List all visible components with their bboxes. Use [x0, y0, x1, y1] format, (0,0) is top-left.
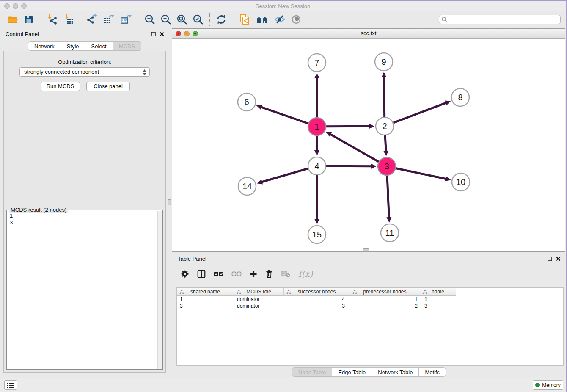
close-window-button[interactable]	[4, 3, 10, 9]
import-network-button[interactable]	[46, 14, 58, 25]
table-cell: 3	[177, 303, 234, 309]
edge-2-3[interactable]	[385, 135, 386, 152]
tab-select[interactable]: Select	[85, 41, 113, 51]
criterion-select[interactable]: strongly connected component	[19, 67, 150, 77]
vertical-split-grip[interactable]	[168, 199, 171, 205]
eye-icon	[291, 14, 302, 25]
zoom-selected-button[interactable]	[193, 14, 204, 25]
close-table-panel-icon[interactable]	[556, 257, 561, 261]
task-history-button[interactable]	[4, 380, 17, 390]
edge-2-8[interactable]	[394, 102, 447, 123]
table-row[interactable]: 3dominator323	[177, 303, 563, 309]
unchecked-boxes-icon	[231, 271, 242, 277]
run-mcds-button[interactable]: Run MCDS	[41, 82, 80, 91]
table-tab-edge-table[interactable]: Edge Table	[332, 367, 372, 377]
toolbar-separator	[233, 13, 233, 26]
node-label-14: 14	[242, 182, 252, 191]
float-panel-icon[interactable]	[151, 32, 156, 36]
zoom-fit-icon	[176, 14, 187, 25]
zoom-fit-button[interactable]	[176, 14, 187, 25]
delete-table-button-disabled	[281, 270, 291, 278]
edge-1-2[interactable]	[326, 126, 370, 127]
table-row[interactable]: 1dominator411	[177, 296, 563, 303]
zoom-in-button[interactable]	[144, 14, 155, 25]
search-input[interactable]	[439, 15, 561, 24]
graphics-details-button[interactable]	[291, 14, 302, 25]
eye-slash-icon	[274, 14, 286, 25]
minimize-window-button[interactable]	[13, 3, 18, 9]
zoom-out-icon	[160, 14, 171, 25]
column-header-label: name	[432, 289, 444, 295]
network-window-titlebar: × − + scc.txt	[172, 29, 565, 39]
column-header-shared-name[interactable]: shared name	[177, 288, 234, 296]
toggle-visibility-button[interactable]	[274, 14, 286, 25]
column-header-successor-nodes[interactable]: successor nodes	[284, 288, 350, 296]
column-header-MCDS-role[interactable]: MCDS role	[234, 288, 284, 296]
minimize-network-button[interactable]: −	[184, 31, 190, 36]
close-panel-button[interactable]: Close panel	[86, 82, 130, 91]
export-table-button[interactable]	[103, 14, 115, 25]
export-image-button[interactable]	[120, 14, 132, 25]
table-settings-button[interactable]	[181, 270, 189, 278]
select-all-columns-button[interactable]	[214, 271, 224, 277]
delete-column-button[interactable]	[265, 270, 273, 278]
horizontal-split-grip[interactable]	[363, 248, 369, 252]
table-tab-motifs[interactable]: Motifs	[419, 367, 446, 377]
network-graph: 1234678910111415	[172, 39, 565, 251]
attribute-icon	[352, 290, 357, 294]
duplicate-network-button[interactable]	[239, 14, 250, 25]
table-cell: 2	[350, 303, 420, 309]
edge-1-6[interactable]	[260, 107, 308, 124]
edge-arrowhead	[383, 151, 388, 156]
show-columns-button[interactable]	[197, 269, 206, 279]
main-toolbar	[0, 11, 566, 28]
close-panel-icon[interactable]	[160, 32, 164, 36]
control-panel-title: Control Panel	[6, 31, 39, 37]
float-table-panel-icon[interactable]	[548, 257, 552, 261]
save-session-button[interactable]	[24, 14, 34, 25]
tab-mcds[interactable]: MCDS	[113, 41, 141, 51]
edge-2-9[interactable]	[384, 76, 384, 117]
delete-table-icon	[281, 270, 291, 278]
result-scrollbar[interactable]	[157, 211, 162, 369]
network-canvas[interactable]: 1234678910111415	[172, 39, 565, 251]
import-table-button[interactable]	[63, 14, 74, 25]
edge-3-11[interactable]	[387, 176, 389, 218]
tab-network[interactable]: Network	[28, 41, 61, 51]
search-field-wrap	[439, 15, 561, 24]
memory-button[interactable]: Memory	[533, 380, 563, 390]
edge-arrowhead	[381, 72, 386, 77]
edge-4-3[interactable]	[326, 166, 372, 166]
table-panel: Table Panel	[172, 253, 566, 378]
create-column-button[interactable]	[249, 270, 258, 278]
column-header-name[interactable]: name	[420, 288, 456, 296]
export-network-button[interactable]	[86, 14, 98, 25]
unselect-all-columns-button[interactable]	[231, 271, 242, 277]
toolbar-separator	[80, 13, 80, 26]
list-icon	[7, 382, 14, 388]
zoom-window-button[interactable]	[21, 3, 27, 9]
edge-3-1[interactable]	[330, 134, 379, 162]
edge-arrowhead	[386, 217, 391, 223]
close-network-button[interactable]: ×	[176, 31, 181, 36]
edge-4-14[interactable]	[261, 168, 308, 182]
open-file-button[interactable]	[8, 14, 19, 25]
mcds-result-box: MCDS result (2 nodes) 1 3	[6, 210, 163, 370]
refresh-layout-button[interactable]	[216, 14, 227, 25]
column-header-predecessor-nodes[interactable]: predecessor nodes	[350, 288, 420, 296]
table-cell: dominator	[234, 303, 284, 309]
edge-arrowhead	[371, 164, 377, 169]
maximize-network-button[interactable]: +	[193, 31, 198, 36]
table-panel-title: Table Panel	[178, 256, 206, 262]
network-home-button[interactable]	[255, 14, 269, 25]
edge-3-10[interactable]	[396, 168, 447, 179]
table-tab-network-table[interactable]: Network Table	[372, 367, 419, 377]
table-tab-node-table[interactable]: Node Table	[292, 367, 333, 377]
zoom-out-button[interactable]	[160, 14, 171, 25]
zoom-in-icon	[144, 14, 155, 25]
tab-style[interactable]: Style	[61, 41, 85, 51]
node-label-2: 2	[382, 121, 387, 131]
status-bar: Memory	[0, 378, 566, 392]
node-label-1: 1	[314, 122, 319, 131]
search-icon	[441, 17, 447, 22]
